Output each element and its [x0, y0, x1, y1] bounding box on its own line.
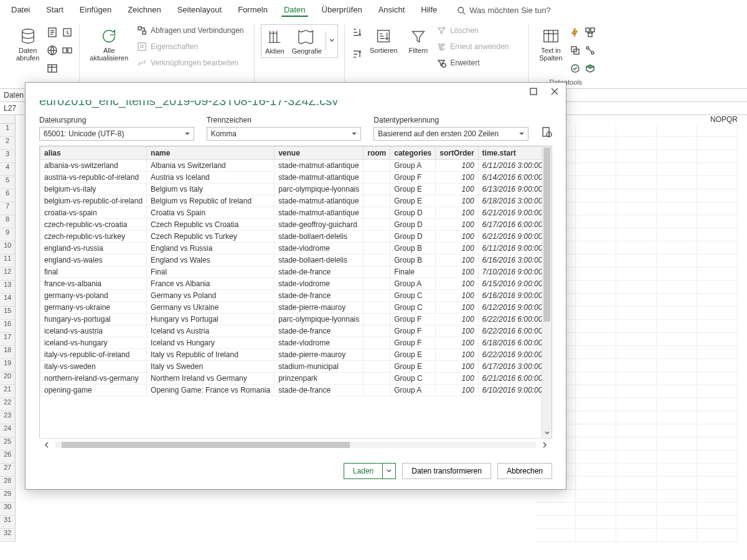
- tab-start[interactable]: Start: [44, 4, 65, 17]
- cell[interactable]: [616, 529, 657, 542]
- preview-row[interactable]: northern-ireland-vs-germanyNorthern Irel…: [40, 373, 542, 385]
- cell[interactable]: [657, 189, 697, 202]
- settings-icon-button[interactable]: [541, 126, 552, 141]
- cell[interactable]: [697, 529, 738, 542]
- cell[interactable]: [657, 359, 697, 372]
- cell[interactable]: [657, 411, 697, 424]
- reapply-filter-button[interactable]: Erneut anwenden: [435, 40, 522, 53]
- from-table-icon[interactable]: [47, 63, 58, 76]
- row-header[interactable]: 7: [0, 202, 16, 215]
- cell[interactable]: [697, 307, 738, 320]
- cell[interactable]: [657, 228, 697, 241]
- recent-sources-icon[interactable]: [62, 27, 73, 40]
- cell[interactable]: [657, 424, 697, 437]
- row-header[interactable]: 14: [0, 294, 16, 307]
- cell[interactable]: [697, 294, 738, 307]
- tab-seitenlayout[interactable]: Seitenlayout: [175, 4, 225, 17]
- cell[interactable]: [576, 450, 616, 464]
- row-header[interactable]: 31: [0, 516, 16, 529]
- text-to-columns-button[interactable]: Text in Spalten: [535, 24, 566, 64]
- cell[interactable]: [576, 150, 616, 163]
- row-header[interactable]: 24: [0, 424, 16, 437]
- row-header[interactable]: 21: [0, 385, 16, 398]
- cell[interactable]: [616, 372, 657, 385]
- cell[interactable]: [576, 268, 616, 281]
- preview-row[interactable]: belgium-vs-republic-of-irelandBelgium vs…: [40, 195, 542, 207]
- cell[interactable]: [576, 163, 616, 176]
- cell[interactable]: [535, 516, 576, 529]
- cell[interactable]: [616, 516, 657, 529]
- cell[interactable]: [616, 398, 657, 411]
- preview-column-header[interactable]: name: [147, 147, 275, 160]
- tab-datei[interactable]: Datei: [9, 4, 32, 17]
- preview-column-header[interactable]: time.start: [478, 147, 542, 160]
- cell[interactable]: [576, 529, 616, 542]
- cell[interactable]: [697, 411, 738, 424]
- clear-filter-button[interactable]: Löschen: [435, 24, 522, 37]
- delimiter-select[interactable]: Komma: [207, 127, 362, 141]
- cell[interactable]: [616, 385, 657, 398]
- cell[interactable]: [657, 176, 697, 189]
- cell[interactable]: [576, 516, 616, 529]
- row-header[interactable]: 18: [0, 346, 16, 359]
- row-header[interactable]: 30: [0, 503, 16, 516]
- cell[interactable]: [697, 254, 738, 268]
- cell[interactable]: [535, 529, 576, 542]
- cell[interactable]: [657, 281, 697, 294]
- cell[interactable]: [616, 307, 657, 320]
- preview-row[interactable]: england-vs-russiaEngland vs Russiastade-…: [40, 243, 542, 254]
- cell[interactable]: [616, 189, 657, 202]
- row-header[interactable]: 23: [0, 411, 16, 424]
- preview-column-header[interactable]: room: [364, 147, 390, 160]
- from-text-icon[interactable]: [47, 27, 58, 40]
- cell[interactable]: [697, 398, 738, 411]
- maximize-button[interactable]: [526, 85, 541, 98]
- from-web-icon[interactable]: [47, 45, 58, 58]
- cell[interactable]: [616, 215, 657, 228]
- queries-connections-button[interactable]: Abfragen und Verbindungen: [136, 24, 248, 37]
- data-validation-icon[interactable]: [570, 63, 581, 76]
- row-header[interactable]: 28: [0, 477, 16, 490]
- edit-links-button[interactable]: Verknüpfungen bearbeiten: [136, 57, 248, 69]
- cell[interactable]: [576, 411, 616, 424]
- tell-me-search[interactable]: Was möchten Sie tun?: [457, 4, 550, 17]
- cell[interactable]: [697, 241, 738, 254]
- cell[interactable]: [576, 294, 616, 307]
- cell[interactable]: [657, 150, 697, 163]
- row-header[interactable]: 4: [0, 163, 16, 176]
- cell[interactable]: [616, 437, 657, 450]
- cell[interactable]: [576, 464, 616, 477]
- tab-ueberpruefen[interactable]: Überprüfen: [319, 4, 365, 17]
- cell[interactable]: [657, 333, 697, 346]
- advanced-filter-button[interactable]: Erweitert: [435, 57, 522, 69]
- cell[interactable]: [576, 189, 616, 202]
- preview-column-header[interactable]: venue: [275, 147, 364, 160]
- tab-formeln[interactable]: Formeln: [235, 4, 270, 17]
- cell[interactable]: [657, 320, 697, 333]
- preview-row[interactable]: czech-republic-vs-croatiaCzech Republic …: [40, 219, 542, 231]
- transform-data-button[interactable]: Daten transformieren: [402, 463, 491, 479]
- cell[interactable]: [657, 307, 697, 320]
- preview-row[interactable]: italy-vs-swedenItaly vs Swedenstadium-mu…: [40, 361, 542, 373]
- cell[interactable]: [616, 464, 657, 477]
- row-header[interactable]: 8: [0, 215, 16, 228]
- cell[interactable]: [697, 490, 738, 503]
- cell[interactable]: [657, 450, 697, 464]
- load-button[interactable]: Laden: [344, 463, 383, 479]
- sort-button[interactable]: Sortieren: [366, 24, 402, 57]
- detect-select[interactable]: Basierend auf den ersten 200 Zeilen: [374, 127, 529, 141]
- preview-row[interactable]: france-vs-albaniaFrance vs Albaniastade-…: [40, 278, 542, 290]
- data-model-icon[interactable]: [585, 63, 596, 76]
- cell[interactable]: [657, 398, 697, 411]
- row-header[interactable]: 5: [0, 176, 16, 189]
- row-header[interactable]: 2: [0, 137, 16, 150]
- preview-row[interactable]: germany-vs-polandGermany vs Polandstade-…: [40, 290, 542, 302]
- preview-column-header[interactable]: sortOrder: [436, 147, 478, 160]
- cell[interactable]: [576, 320, 616, 333]
- row-header[interactable]: 15: [0, 307, 16, 320]
- preview-row[interactable]: italy-vs-republic-of-irelandItaly vs Rep…: [40, 349, 542, 361]
- tab-zeichnen[interactable]: Zeichnen: [125, 4, 163, 17]
- cell[interactable]: [576, 124, 616, 137]
- cell[interactable]: [616, 320, 657, 333]
- cell[interactable]: [697, 359, 738, 372]
